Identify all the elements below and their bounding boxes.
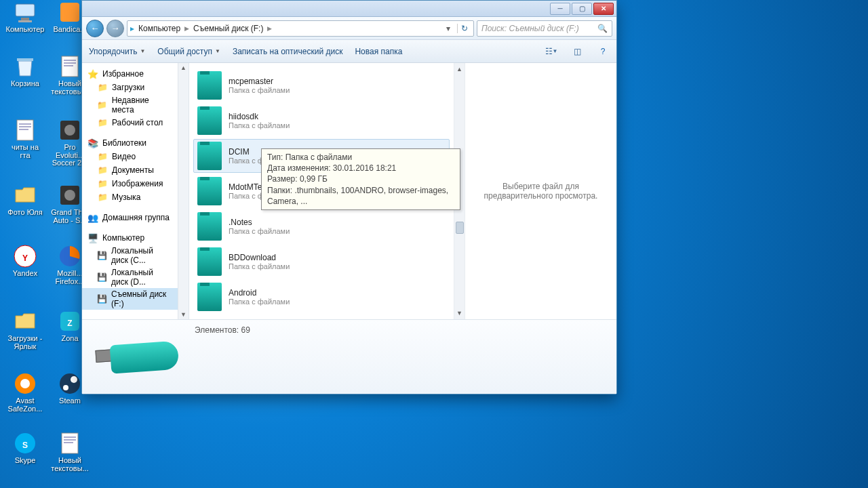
close-button[interactable]: ✕ [593,3,614,15]
txt-icon [58,54,82,79]
search-input[interactable]: Поиск: Съемный диск (F:) 🔍 [477,20,612,37]
nav-item[interactable]: 📁Загрузки [82,81,178,94]
svg-rect-1 [21,18,29,20]
desktop-icon-корзина[interactable]: Корзина [5,54,45,88]
refresh-button[interactable]: ↻ [457,24,471,33]
breadcrumb-computer[interactable]: Компьютер [138,24,180,33]
nav-item[interactable]: 📁Рабочий стол [82,116,178,129]
desktop-icon-загрузки-ярлык[interactable]: Загрузки -Ярлык [5,309,45,350]
txt-icon [58,431,82,455]
folder-row[interactable]: BDDownloadПапка с файлами [193,245,450,279]
pc-icon: 🖥️ [87,232,98,243]
navpane-scrollbar[interactable]: ▲ ▼ [178,63,189,319]
svg-rect-0 [16,4,35,16]
yandex-icon: Y [13,244,37,268]
steam-icon [58,371,82,396]
nav-bar: ← → ▸ Компьютер ▶ Съемный диск (F:) ▶ ▾ … [82,17,616,40]
folder-icon: 📁 [97,151,108,162]
folder-icon: 📁 [97,192,108,203]
svg-rect-31 [64,439,76,441]
svg-rect-8 [64,65,73,66]
desktop-icon-фото-юля[interactable]: Фото Юля [5,183,45,217]
desktop-icon-читы-на-гта[interactable]: читы на гта [5,118,45,159]
scrollbar-thumb[interactable] [456,222,464,234]
scroll-up-icon[interactable]: ▲ [179,63,189,73]
folder-icon [197,106,222,135]
folder-row[interactable]: mcpemasterПапка с файлами [193,68,450,102]
nav-item[interactable]: 💾Локальный диск (D... [82,266,178,288]
folder-icon [13,309,37,333]
minimize-button[interactable]: ─ [550,3,570,15]
preview-toggle[interactable]: ◫ [570,45,584,58]
folder-row[interactable]: AndroidПапка с файлами [193,280,450,314]
address-bar[interactable]: ▸ Компьютер ▶ Съемный диск (F:) ▶ ▾ ↻ [127,20,474,37]
svg-point-24 [60,373,80,394]
svg-rect-6 [64,60,76,61]
nav-item[interactable]: 📁Изображения [82,177,178,190]
titlebar: ─ ▢ ✕ [82,1,616,17]
library-icon: 📚 [87,138,98,148]
pc-icon [13,0,37,24]
desktop-icon-skype[interactable]: SSkype [5,431,45,465]
svg-text:Y: Y [22,253,28,263]
search-icon[interactable]: 🔍 [597,24,608,33]
svg-point-26 [63,385,68,390]
firefox-icon [58,244,82,268]
nav-item[interactable]: 📁Музыка [82,190,178,204]
homegroup-icon: 👥 [87,212,98,223]
address-dropdown[interactable]: ▾ [446,24,450,33]
back-button[interactable]: ← [86,20,104,37]
nav-item[interactable]: 💾Локальный диск (C... [82,245,178,266]
view-menu[interactable]: ☷ ▼ [545,45,558,58]
preview-pane: Выберите файл для предварительного просм… [465,63,616,319]
desktop-icon-новый-текстовы-[interactable]: Новыйтекстовы... [50,431,90,472]
forward-button[interactable]: → [106,20,124,37]
preview-placeholder: Выберите файл для предварительного просм… [472,182,610,201]
file-pane: mcpemasterПапка с файламиhiidosdkПапка с… [189,63,616,319]
scroll-down-icon[interactable]: ▼ [455,308,465,318]
star-icon: ⭐ [87,68,98,79]
svg-rect-30 [64,436,76,438]
folder-row[interactable]: hiidosdkПапка с файлами [193,104,450,138]
folder-icon: 📁 [97,165,108,176]
scroll-down-icon[interactable]: ▼ [179,310,189,319]
scroll-up-icon[interactable]: ▲ [455,64,465,74]
svg-rect-2 [18,20,32,22]
drive-icon: 💾 [97,250,107,261]
nav-homegroup[interactable]: 👥Домашняя группа [82,211,178,224]
nav-computer[interactable]: 🖥️Компьютер [82,231,178,245]
folder-icon: 📁 [97,82,108,93]
desktop-icon-avast-safezon-[interactable]: AvastSafeZon... [5,371,45,413]
nav-item[interactable]: 💾Съемный диск (F:) [82,288,178,310]
folder-icon [197,283,222,311]
folder-row[interactable]: .NotesПапка с файлами [193,209,450,243]
app-icon [58,0,82,24]
new-folder-button[interactable]: Новая папка [355,47,402,56]
help-button[interactable]: ? [596,45,610,58]
bin-icon [13,54,37,79]
search-placeholder: Поиск: Съемный диск (F:) [481,24,579,33]
svg-point-25 [71,376,77,383]
maximize-button[interactable]: ▢ [572,3,592,15]
desktop-icon-компьютер[interactable]: Компьютер [5,0,45,34]
nav-item[interactable]: 📁Недавние места [82,94,178,116]
nav-libraries[interactable]: 📚Библиотеки [82,136,178,150]
nav-item[interactable]: 📁Документы [82,163,178,177]
drive-icon: 💾 [97,272,107,283]
toolbar: Упорядочить ▼ Общий доступ ▼ Записать на… [82,40,616,63]
breadcrumb-drive[interactable]: Съемный диск (F:) [193,24,263,33]
organize-menu[interactable]: Упорядочить ▼ [89,47,145,56]
nav-favorites[interactable]: ⭐Избранное [82,67,178,81]
folder-icon [197,142,222,170]
svg-text:Z: Z [67,319,72,328]
avast-icon [13,371,37,396]
nav-item[interactable]: 📁Видео [82,150,178,163]
skype-icon: S [13,431,37,455]
folder-icon [197,177,222,205]
burn-button[interactable]: Записать на оптический диск [233,47,343,56]
share-menu[interactable]: Общий доступ ▼ [157,47,220,56]
desktop-icon-yandex[interactable]: YYandex [5,244,45,278]
folder-icon [197,71,222,100]
svg-point-14 [64,125,75,136]
svg-rect-7 [64,62,76,64]
